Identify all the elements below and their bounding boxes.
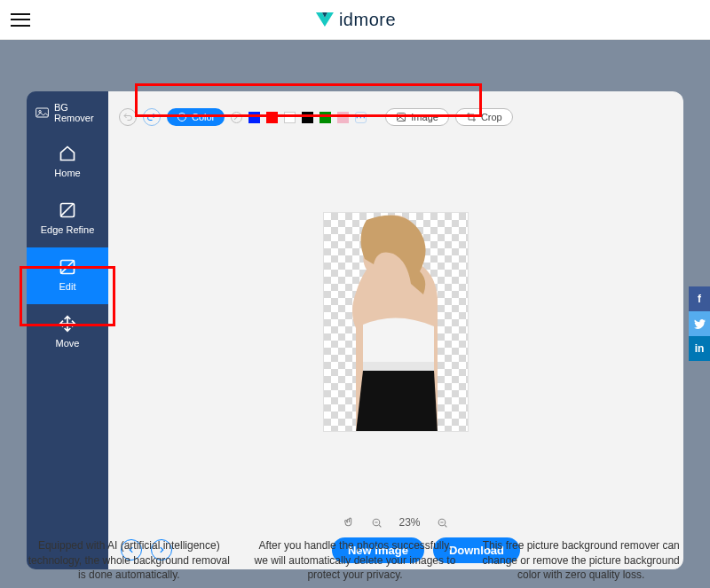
palette-icon [177, 112, 187, 122]
sidebar-title-row: BG Remover [27, 91, 108, 130]
canvas-panel: Color ··· Image Crop [108, 91, 683, 569]
site-header: idmore [0, 0, 710, 40]
swatch-white[interactable] [284, 112, 296, 123]
share-twitter-button[interactable] [689, 311, 710, 336]
footer-col-1: Equipped with AI (artificial intelligenc… [25, 538, 233, 582]
bg-remover-icon [36, 106, 49, 119]
image-bg-label: Image [411, 112, 438, 122]
image-icon [396, 112, 406, 122]
swatch-more[interactable]: ··· [355, 112, 367, 123]
edit-icon [59, 258, 76, 276]
swatch-blue[interactable] [248, 112, 260, 123]
social-share-column: f in [689, 286, 710, 361]
image-preview[interactable] [323, 212, 469, 432]
sidebar-item-label: Move [56, 338, 80, 349]
menu-button[interactable] [11, 13, 30, 27]
zoom-in-icon[interactable] [437, 517, 448, 529]
sidebar-item-label: Edit [59, 281, 76, 292]
crop-icon [466, 112, 477, 122]
sidebar-item-label: Home [54, 168, 80, 178]
swatch-transparent[interactable] [231, 112, 242, 123]
canvas-area[interactable] [108, 130, 683, 514]
svg-point-4 [178, 114, 186, 122]
swatch-red[interactable] [266, 112, 278, 123]
sidebar-item-edit[interactable]: Edit [27, 247, 108, 304]
sidebar-nav: Home Edge Refine Edit Move [27, 130, 108, 361]
subject-person-placeholder [324, 213, 469, 432]
edgerefine-icon [59, 201, 76, 219]
sidebar-title: BG Remover [54, 102, 101, 123]
footer-texts: Equipped with AI (artificial intelligenc… [0, 538, 710, 582]
pan-hand-icon[interactable] [343, 517, 355, 529]
brand-logo[interactable]: idmore [314, 10, 396, 30]
sidebar: BG Remover Home Edge Refine Edit Move [27, 91, 108, 569]
footer-col-2: After you handle the photos successfully… [251, 538, 460, 582]
zoom-bar: 23% [108, 514, 683, 531]
home-icon [59, 145, 76, 162]
brand-text: idmore [339, 10, 396, 30]
redo-icon [146, 112, 157, 122]
swatch-green[interactable] [320, 112, 331, 123]
twitter-icon [694, 319, 706, 329]
undo-button[interactable] [119, 108, 137, 126]
crop-button[interactable]: Crop [455, 108, 513, 126]
zoom-out-icon[interactable] [371, 517, 383, 529]
crop-label: Crop [481, 112, 502, 122]
edit-toolbar: Color ··· Image Crop [108, 104, 683, 130]
share-linkedin-button[interactable]: in [689, 336, 710, 361]
sidebar-item-label: Edge Refine [41, 224, 95, 235]
sidebar-item-home[interactable]: Home [27, 134, 108, 191]
svg-point-6 [183, 115, 185, 117]
move-icon [59, 315, 76, 333]
image-bg-button[interactable]: Image [385, 108, 449, 126]
share-facebook-button[interactable]: f [689, 286, 710, 311]
sidebar-item-edge-refine[interactable]: Edge Refine [27, 191, 108, 247]
svg-rect-9 [363, 362, 434, 371]
redo-button[interactable] [143, 108, 161, 126]
svg-point-8 [399, 115, 401, 117]
sidebar-item-move[interactable]: Move [27, 304, 108, 361]
footer-col-3: This free picture background remover can… [477, 538, 685, 582]
svg-point-5 [180, 115, 182, 117]
page-stage: f in BG Remover Home [0, 40, 710, 588]
app-window: BG Remover Home Edge Refine Edit Move [27, 91, 683, 569]
swatch-black[interactable] [302, 112, 313, 123]
swatch-pink[interactable] [337, 112, 349, 123]
color-button-label: Color [192, 112, 215, 122]
color-button[interactable]: Color [167, 108, 225, 126]
logo-mark-icon [314, 11, 335, 28]
zoom-value: 23% [398, 516, 420, 529]
undo-icon [122, 112, 133, 122]
